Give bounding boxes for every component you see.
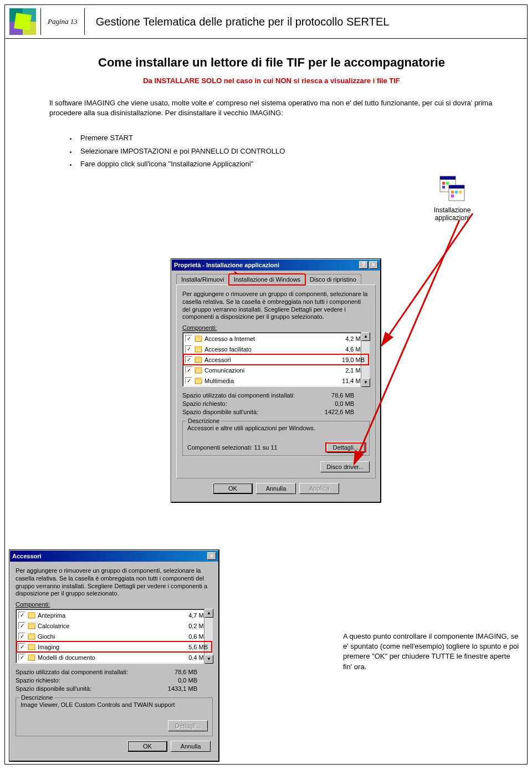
disk-driver-button[interactable]: Disco driver...	[320, 461, 370, 472]
description-text: Accessori e altre utili applicazioni per…	[187, 425, 365, 432]
stat-label: Spazio disponibile sull'unità:	[182, 408, 258, 416]
checkbox[interactable]	[18, 612, 25, 619]
component-listbox[interactable]: Anteprima4,7 MBCalcolatrice0,2 MBGiochi0…	[16, 609, 213, 664]
stat-value: 0,0 MB	[335, 400, 354, 408]
scroll-down-icon[interactable]: ▼	[361, 378, 370, 387]
description-label: Descrizione	[186, 417, 221, 424]
dialog-action-buttons: OK Annulla Applica	[176, 483, 376, 497]
tab-windows-setup[interactable]: Installazione di Windows	[229, 274, 305, 285]
close-button[interactable]: ×	[369, 261, 378, 269]
svg-rect-23	[195, 368, 202, 369]
tab-install-remove[interactable]: Installa/Rimuovi	[176, 274, 229, 284]
dialog-titlebar[interactable]: Proprietà - Installazione applicazioni ?…	[172, 259, 380, 271]
component-name: Calcolatrice	[38, 623, 177, 629]
apply-button: Applica	[299, 483, 339, 494]
stat-label: Spazio utilizzato dai componenti install…	[16, 668, 128, 676]
dialog-titlebar[interactable]: Accessori ×	[10, 551, 218, 562]
component-row[interactable]: Accesso a Internet4,2 MB	[183, 333, 369, 344]
component-name: Modelli di documento	[38, 654, 177, 661]
stat-label: Spazio utilizzato dai componenti install…	[182, 391, 295, 400]
component-row[interactable]: Imaging5,6 MB	[17, 641, 212, 652]
svg-rect-17	[195, 336, 202, 338]
scroll-up-icon[interactable]: ▲	[361, 332, 370, 341]
tab-startup-disk[interactable]: Disco di ripristino	[305, 274, 361, 284]
details-button[interactable]: Dettagli...	[327, 442, 365, 453]
component-row[interactable]: Comunicazioni2,1 MB	[183, 365, 369, 375]
description-text: Image Viewer, OLE Custom Controls and TW…	[21, 701, 208, 708]
checkbox[interactable]	[18, 654, 25, 661]
scroll-up-icon[interactable]: ▲	[204, 609, 213, 618]
checkbox[interactable]	[18, 633, 25, 640]
checkbox[interactable]	[18, 622, 25, 629]
help-button[interactable]: ?	[359, 261, 368, 269]
checkbox[interactable]	[185, 377, 192, 384]
details-button: Dettagli...	[168, 720, 208, 731]
footer-note-paragraph: A questo punto controllare il componente…	[343, 632, 520, 672]
description-group: Descrizione Accessori e altre utili appl…	[182, 421, 370, 456]
component-row[interactable]: Modelli di documento0,4 MB	[17, 652, 212, 663]
component-icon	[194, 334, 203, 343]
svg-rect-15	[451, 195, 454, 197]
svg-rect-4	[14, 13, 32, 30]
close-button[interactable]: ×	[207, 552, 216, 560]
component-name: Accesso a Internet	[204, 335, 334, 342]
tab-strip: Installa/Rimuovi Installazione di Window…	[176, 274, 376, 284]
checkbox[interactable]	[185, 356, 192, 363]
page-number: Pagina 13	[40, 8, 85, 35]
shortcut-label-line2: applicazioni	[427, 214, 477, 222]
cancel-button[interactable]: Annulla	[256, 483, 296, 494]
checkbox[interactable]	[18, 643, 25, 650]
component-icon	[194, 366, 203, 375]
component-name: Giochi	[38, 633, 177, 640]
shortcut-label-line1: Installazione	[427, 206, 477, 214]
svg-rect-13	[455, 191, 458, 193]
dialog-title: Proprietà - Installazione applicazioni	[174, 262, 279, 268]
component-icon	[194, 345, 203, 354]
stat-value: 78,6 MB	[331, 391, 354, 400]
cancel-button[interactable]: Annulla	[171, 741, 211, 752]
checkbox[interactable]	[185, 345, 192, 353]
instruction-item: Fare doppio click sull'icona "Installazi…	[77, 157, 494, 170]
intro-paragraph: Il software IMAGING che viene usato, mol…	[49, 98, 494, 118]
stat-label: Spazio richiesto:	[16, 676, 60, 685]
component-listbox[interactable]: Accesso a Internet4,2 MBAccesso facilita…	[182, 332, 370, 387]
installazione-applicazioni-shortcut[interactable]: Installazione applicazioni	[427, 174, 477, 222]
component-row[interactable]: Giochi0,6 MB	[17, 631, 212, 641]
scrollbar[interactable]: ▲ ▼	[204, 609, 213, 664]
ok-button[interactable]: OK	[213, 483, 253, 494]
instruction-item: Premere START	[77, 131, 494, 144]
instruction-item: Selezionare IMPOSTAZIONI e poi PANNELLO …	[77, 145, 494, 157]
stat-label: Spazio disponibile sull'unità:	[16, 685, 91, 693]
dialog-title: Accessori	[12, 553, 42, 559]
component-size: 5,6 MB	[177, 644, 210, 650]
component-icon	[194, 355, 203, 364]
accessori-dialog: Accessori × Per aggiungere o rimuovere u…	[9, 550, 219, 761]
svg-rect-10	[446, 182, 449, 185]
stat-value: 0,0 MB	[178, 676, 197, 685]
component-row[interactable]: Accesso facilitato4,6 MB	[183, 344, 369, 354]
svg-rect-11	[442, 186, 445, 189]
component-name: Accessori	[204, 357, 334, 363]
svg-rect-27	[28, 613, 35, 614]
checkbox[interactable]	[185, 335, 192, 342]
stat-value: 1433,1 MB	[168, 685, 197, 693]
description-group: Descrizione Image Viewer, OLE Custom Con…	[16, 697, 213, 736]
properties-dialog: Proprietà - Installazione applicazioni ?…	[171, 259, 381, 502]
document-body: Come installare un lettore di file TIF p…	[5, 39, 527, 186]
scroll-down-icon[interactable]: ▼	[204, 655, 213, 664]
page-header: Pagina 13 Gestione Telematica delle prat…	[5, 5, 527, 39]
component-name: Imaging	[38, 644, 177, 650]
section-subheading: Da INSTALLARE SOLO nel caso in cui NON s…	[49, 77, 494, 85]
selected-count-text: Componenti selezionati: 11 su 11	[187, 444, 278, 451]
component-name: Multimedia	[204, 378, 334, 384]
add-remove-programs-icon	[438, 174, 467, 203]
description-label: Descrizione	[19, 694, 54, 701]
component-row[interactable]: Multimedia11,4 MB	[183, 375, 369, 386]
svg-rect-25	[195, 378, 202, 380]
component-row[interactable]: Anteprima4,7 MB	[17, 610, 212, 620]
ok-button[interactable]: OK	[127, 741, 167, 752]
checkbox[interactable]	[185, 366, 192, 374]
component-row[interactable]: Accessori19,0 MB	[183, 354, 369, 365]
component-name: Anteprima	[38, 612, 177, 619]
component-row[interactable]: Calcolatrice0,2 MB	[17, 620, 212, 631]
